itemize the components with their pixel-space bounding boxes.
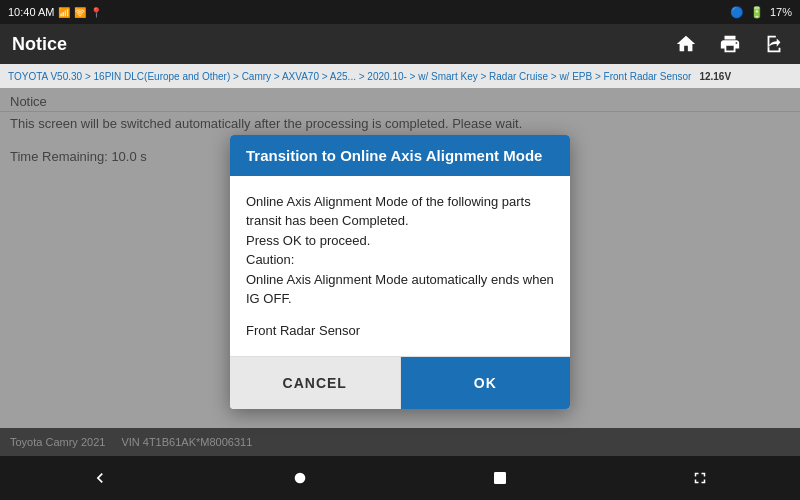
back-nav-button[interactable] bbox=[80, 458, 120, 498]
page-title: Notice bbox=[12, 34, 67, 55]
dialog-footer: CANCEL OK bbox=[230, 356, 570, 409]
svg-point-0 bbox=[295, 473, 306, 484]
svg-rect-1 bbox=[494, 472, 506, 484]
ok-button[interactable]: OK bbox=[401, 357, 571, 409]
navigation-bar bbox=[0, 456, 800, 500]
wifi-icon: 🛜 bbox=[74, 7, 86, 18]
bluetooth-icon: 🔵 bbox=[730, 6, 744, 19]
print-button[interactable] bbox=[716, 30, 744, 58]
dialog-overlay: Transition to Online Axis Alignment Mode… bbox=[0, 88, 800, 456]
title-bar: Notice bbox=[0, 24, 800, 64]
sensor-label: Front Radar Sensor bbox=[246, 321, 554, 341]
recent-nav-button[interactable] bbox=[480, 458, 520, 498]
expand-nav-button[interactable] bbox=[680, 458, 720, 498]
transition-dialog: Transition to Online Axis Alignment Mode… bbox=[230, 135, 570, 410]
dialog-body: Online Axis Alignment Mode of the follow… bbox=[230, 176, 570, 357]
main-content: Notice This screen will be switched auto… bbox=[0, 88, 800, 456]
battery-level: 17% bbox=[770, 6, 792, 18]
status-bar: 10:40 AM 📶 🛜 📍 🔵 🔋 17% bbox=[0, 0, 800, 24]
breadcrumb-path: TOYOTA V50.30 > 16PIN DLC(Europe and Oth… bbox=[8, 71, 691, 82]
battery-icon: 🔋 bbox=[750, 6, 764, 19]
signal-icon: 📶 bbox=[58, 7, 70, 18]
home-button[interactable] bbox=[672, 30, 700, 58]
time-display: 10:40 AM bbox=[8, 6, 54, 18]
cancel-button[interactable]: CANCEL bbox=[230, 357, 401, 409]
home-nav-button[interactable] bbox=[280, 458, 320, 498]
breadcrumb-bar: TOYOTA V50.30 > 16PIN DLC(Europe and Oth… bbox=[0, 64, 800, 88]
location-icon: 📍 bbox=[90, 7, 102, 18]
voltage-display: 12.16V bbox=[699, 71, 731, 82]
dialog-title: Transition to Online Axis Alignment Mode bbox=[230, 135, 570, 176]
share-button[interactable] bbox=[760, 30, 788, 58]
dialog-body-text: Online Axis Alignment Mode of the follow… bbox=[246, 194, 554, 307]
